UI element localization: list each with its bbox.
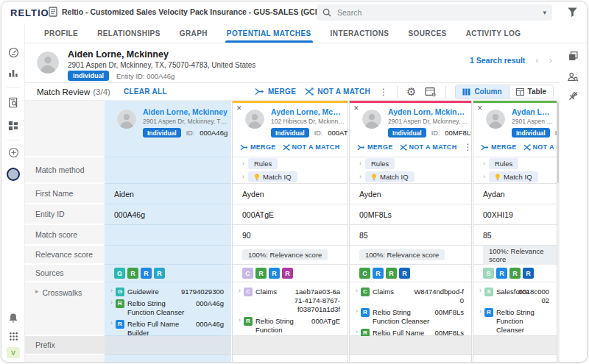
- expand-icon[interactable]: ›: [242, 160, 244, 167]
- source-icon-r: R: [509, 268, 521, 279]
- expand-icon[interactable]: ›: [242, 174, 244, 180]
- close-icon[interactable]: ✕: [477, 105, 483, 112]
- tab-bar: PROFILERELATIONSHIPSGRAPHPOTENTIAL MATCH…: [25, 24, 587, 43]
- version-badge[interactable]: V: [1, 347, 25, 358]
- chevron-right-icon[interactable]: ›: [549, 55, 552, 65]
- record-badges: IndividualID:00XHI19: [512, 128, 554, 138]
- tab-graph[interactable]: GRAPH: [180, 24, 208, 43]
- filter-icon[interactable]: [567, 7, 578, 18]
- table-view-button[interactable]: Table: [509, 85, 553, 99]
- expand-icon[interactable]: ›: [110, 288, 113, 294]
- merge-button[interactable]: MERGE: [255, 88, 296, 96]
- match-score-cell: 85: [473, 225, 557, 246]
- card-actions: MERGENOT A MATCH⋮: [357, 142, 472, 152]
- partial-row-cell: [350, 355, 471, 363]
- record-name-link[interactable]: Ayden Lorne, Mckinney: [271, 107, 345, 116]
- not-a-match-button[interactable]: NOT A MATCH: [305, 88, 370, 96]
- expand-icon[interactable]: ›: [239, 317, 241, 324]
- record-name-link[interactable]: Aiden Lorne, Mckinney: [143, 107, 228, 116]
- first-name-cell: Ayden: [233, 184, 348, 204]
- crosswalk-source-icon: R: [116, 299, 124, 308]
- source-icon-r: R: [154, 268, 165, 279]
- source-icon-r: R: [282, 268, 293, 279]
- match-method-chip[interactable]: Match IQ: [248, 171, 297, 182]
- notifications-bell-icon[interactable]: [1, 313, 25, 324]
- match-method-cell: ›Rules›Match IQ: [350, 157, 471, 184]
- tab-activity-log[interactable]: ACTIVITY LOG: [466, 24, 521, 43]
- card-not-a-match-button[interactable]: NOT A MATCH: [523, 143, 557, 151]
- match-method-chip[interactable]: Rules: [248, 158, 278, 169]
- dashboard-gauge-icon[interactable]: [1, 47, 25, 58]
- settings-gear-icon[interactable]: ⚙: [406, 86, 416, 97]
- dashboard-grid-icon[interactable]: [1, 121, 25, 131]
- expand-icon[interactable]: ›: [359, 160, 361, 167]
- more-options-icon[interactable]: ⋮: [379, 87, 388, 97]
- apps-grid-icon[interactable]: [1, 332, 25, 341]
- source-icon-r: R: [141, 268, 152, 279]
- search-dropdown-icon[interactable]: ▾: [543, 9, 546, 16]
- user-avatar[interactable]: [1, 168, 25, 181]
- expand-icon[interactable]: ›: [483, 174, 485, 180]
- match-method-chip[interactable]: Match IQ: [365, 171, 415, 182]
- crosswalks-cell: ›GGuidewire91794029300›RReltio String Fu…: [105, 282, 231, 336]
- card-not-a-match-button[interactable]: NOT A MATCH: [283, 143, 340, 151]
- source-icon-g: G: [114, 268, 125, 279]
- source-icon-r: R: [386, 268, 397, 279]
- card-accent-bar: [473, 101, 557, 103]
- tab-potential-matches[interactable]: POTENTIAL MATCHES: [227, 24, 311, 43]
- expand-icon[interactable]: ›: [483, 160, 485, 167]
- reltio-logo: RELTIO: [10, 7, 49, 18]
- record-id-label: ID:: [431, 129, 440, 137]
- record-name-link[interactable]: Aydan Lorne, Mckinney: [512, 107, 554, 116]
- match-method-chip[interactable]: Rules: [489, 158, 518, 169]
- expand-icon[interactable]: ›: [479, 288, 482, 294]
- app-window: RELTIO Reltio - Customized Sales Velocit…: [1, 1, 588, 363]
- person-search-icon[interactable]: [558, 71, 588, 82]
- expand-icon[interactable]: ›: [479, 308, 482, 315]
- tab-interactions[interactable]: INTERACTIONS: [331, 24, 389, 43]
- first-name-cell-value: Aiden: [114, 190, 134, 199]
- tenant-selector[interactable]: Reltio - Customized Sales Velocity Pack …: [49, 7, 331, 17]
- card-merge-button[interactable]: MERGE: [357, 143, 393, 151]
- expand-icon[interactable]: ›: [356, 288, 358, 294]
- search-result-link[interactable]: 1 Search result: [470, 56, 525, 65]
- card-settings-icon[interactable]: [425, 87, 437, 97]
- tab-relationships[interactable]: RELATIONSHIPS: [97, 24, 161, 43]
- not-a-match-icon: [305, 88, 314, 96]
- column-view-button[interactable]: Column: [456, 85, 508, 99]
- candidate-card: ✕Ayden Lorne, Mckinney102 Hibiscus Dr, M…: [233, 101, 348, 157]
- row-label-rs: Relevance score: [25, 246, 105, 265]
- expand-icon[interactable]: ›: [359, 174, 361, 180]
- chevron-left-icon[interactable]: ‹: [535, 55, 538, 65]
- expand-icon[interactable]: ›: [239, 288, 241, 294]
- expand-icon[interactable]: ›: [356, 308, 358, 315]
- row-label-ms: Match score: [25, 225, 105, 246]
- card-more-options-icon[interactable]: ⋮: [346, 142, 348, 152]
- record-name-link[interactable]: Ayden Lorn, Mckinney: [388, 107, 468, 116]
- match-score-cell: 90: [233, 225, 348, 246]
- tab-sources[interactable]: SOURCES: [408, 24, 446, 43]
- copy-pages-icon[interactable]: [558, 51, 588, 62]
- add-circle-icon[interactable]: [1, 147, 25, 158]
- record-info: Aiden Lorne, Mckinney2901 Aspen Dr, Mcki…: [143, 107, 228, 138]
- close-icon[interactable]: ✕: [236, 105, 242, 112]
- expand-icon[interactable]: ›: [110, 299, 113, 306]
- match-method-chip[interactable]: Match IQ: [489, 171, 538, 182]
- pin-off-icon[interactable]: [558, 90, 588, 101]
- clear-all-button[interactable]: CLEAR ALL: [124, 88, 167, 96]
- match-method-chip[interactable]: Rules: [365, 158, 395, 169]
- card-merge-button[interactable]: MERGE: [240, 143, 276, 151]
- expand-crosswalks-icon[interactable]: ▸: [35, 288, 39, 295]
- card-merge-button[interactable]: MERGE: [481, 143, 517, 151]
- card-not-a-match-button[interactable]: NOT A MATCH: [400, 143, 457, 151]
- card-more-options-icon[interactable]: ⋮: [463, 142, 472, 152]
- search-input[interactable]: Search ▾: [317, 4, 552, 21]
- expand-icon[interactable]: ›: [356, 329, 358, 335]
- search-documents-icon[interactable]: [1, 97, 25, 108]
- row-label-column: Match methodFirst NameEntity IDMatch sco…: [25, 101, 105, 363]
- close-icon[interactable]: ✕: [353, 105, 359, 112]
- tab-profile[interactable]: PROFILE: [44, 24, 78, 43]
- record-badges: IndividualID:00MF8Ls: [388, 128, 468, 138]
- analytics-chart-icon[interactable]: [1, 68, 25, 78]
- expand-icon[interactable]: ›: [110, 320, 113, 326]
